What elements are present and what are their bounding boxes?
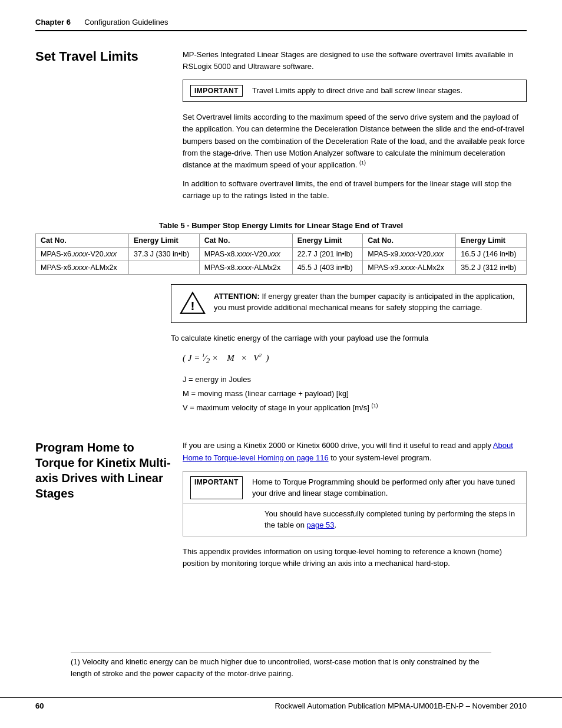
footnote-body: Velocity and kinetic energy can be much … xyxy=(71,657,480,678)
program-intro-text1: If you are using a Kinetix 2000 or Kinet… xyxy=(183,441,493,450)
section-right: MP-Series Integrated Linear Stages are d… xyxy=(171,49,527,209)
program-intro-text2: to your system-level program. xyxy=(329,453,432,462)
page-footer: 60 Rockwell Automation Publication MPMA-… xyxy=(0,697,562,710)
bumper-stop-table: Cat No. Energy Limit Cat No. Energy Limi… xyxy=(35,233,527,275)
page-container: Chapter 6 Configuration Guidelines Set T… xyxy=(0,0,562,728)
important-spacer xyxy=(190,508,255,531)
header-separator xyxy=(75,18,80,27)
energy-3-row1: 16.5 J (146 in•lb) xyxy=(456,247,527,261)
table-section: Table 5 - Bumper Stop Energy Limits for … xyxy=(35,221,527,414)
attention-box: ! ATTENTION: If energy greater than the … xyxy=(171,284,527,323)
var-footnote-ref: (1) xyxy=(371,403,378,409)
col-header-cat1: Cat No. xyxy=(36,233,129,247)
energy-1-row2 xyxy=(129,261,200,274)
important-label-2: IMPORTANT xyxy=(190,476,243,499)
table-caption: Table 5 - Bumper Stop Energy Limits for … xyxy=(35,221,527,230)
col-header-energy2: Energy Limit xyxy=(292,233,363,247)
cat-2-row2: MPAS-x8.xxxx-ALMx2x xyxy=(199,261,292,274)
program-home-section: Program Home to Torque for Kinetix Multi… xyxy=(35,440,527,577)
important-text-2a: Home to Torque Programming should be per… xyxy=(252,476,519,499)
svg-text:!: ! xyxy=(190,299,194,312)
var-v: V = maximum velocity of stage in your ap… xyxy=(183,402,527,414)
formula-vars: J = energy in Joules M = moving mass (li… xyxy=(183,374,527,414)
col-header-energy3: Energy Limit xyxy=(456,233,527,247)
cat-3-row1: MPAS-x9.xxxx-V20.xxx xyxy=(363,247,456,261)
cat-1-row2: MPAS-x6.xxxx-ALMx2x xyxy=(36,261,129,274)
footnote-ref-1: (1) xyxy=(359,160,366,166)
page53-link[interactable]: page 53 xyxy=(307,521,335,529)
important-box-2: IMPORTANT Home to Torque Programming sho… xyxy=(183,471,527,536)
cat-3-row2: MPAS-x9.xxxx-ALMx2x xyxy=(363,261,456,274)
header-section-title: Configuration Guidelines xyxy=(84,18,168,27)
var-j: J = energy in Joules xyxy=(183,374,527,386)
body-text-1: Set Overtravel limits according to the m… xyxy=(183,113,525,169)
program-body-paragraph: This appendix provides information on us… xyxy=(183,546,527,569)
table-row: MPAS-x6.xxxx-ALMx2x MPAS-x8.xxxx-ALMx2x … xyxy=(36,261,527,274)
important-row-2: You should have successfully completed t… xyxy=(183,503,526,536)
important-text-2b-2: . xyxy=(335,521,337,529)
formula-display: ( J = 1⁄2 × M × V2 ) xyxy=(183,353,269,363)
attention-content: ATTENTION: If energy greater than the bu… xyxy=(214,291,518,314)
important-box-1: IMPORTANT Travel Limits apply to direct … xyxy=(183,80,527,102)
formula-block: ( J = 1⁄2 × M × V2 ) xyxy=(183,353,527,365)
var-m: M = moving mass (linear carriage + paylo… xyxy=(183,388,527,400)
table-body: MPAS-x6.xxxx-V20.xxx 37.3 J (330 in•lb) … xyxy=(36,247,527,274)
program-home-left: Program Home to Torque for Kinetix Multi… xyxy=(35,440,171,577)
energy-2-row2: 45.5 J (403 in•lb) xyxy=(292,261,363,274)
col-header-energy1: Energy Limit xyxy=(129,233,200,247)
col-header-cat2: Cat No. xyxy=(199,233,292,247)
table-row: MPAS-x6.xxxx-V20.xxx 37.3 J (330 in•lb) … xyxy=(36,247,527,261)
important-row-1: IMPORTANT Home to Torque Programming sho… xyxy=(183,472,526,503)
warning-triangle-icon: ! xyxy=(180,291,206,317)
footnote-number: (1) xyxy=(71,657,80,666)
set-travel-limits-title: Set Travel Limits xyxy=(35,49,171,64)
publication-info: Rockwell Automation Publication MPMA-UM0… xyxy=(275,701,527,710)
program-intro-paragraph: If you are using a Kinetix 2000 or Kinet… xyxy=(183,440,527,463)
set-travel-limits-section: Set Travel Limits MP-Series Integrated L… xyxy=(35,49,527,209)
footnote-section: (1) Velocity and kinetic energy can be m… xyxy=(71,652,491,687)
cat-1-row1: MPAS-x6.xxxx-V20.xxx xyxy=(36,247,129,261)
table-header-row: Cat No. Energy Limit Cat No. Energy Limi… xyxy=(36,233,527,247)
page-number: 60 xyxy=(35,701,44,710)
important-text-1: Travel Limits apply to direct drive and … xyxy=(252,85,462,97)
energy-3-row2: 35.2 J (312 in•lb) xyxy=(456,261,527,274)
important-text-2b-1: You should have successfully completed t… xyxy=(265,509,515,530)
formula-intro: To calculate kinetic energy of the carri… xyxy=(171,332,527,344)
important-text-2b: You should have successfully completed t… xyxy=(265,508,519,531)
body-paragraph-2: In addition to software overtravel limit… xyxy=(183,178,527,202)
attention-label: ATTENTION: xyxy=(214,292,260,301)
page-header: Chapter 6 Configuration Guidelines xyxy=(35,18,527,31)
energy-2-row1: 22.7 J (201 in•lb) xyxy=(292,247,363,261)
cat-2-row1: MPAS-x8.xxxx-V20.xxx xyxy=(199,247,292,261)
intro-paragraph: MP-Series Integrated Linear Stages are d… xyxy=(183,49,527,73)
important-label-1: IMPORTANT xyxy=(190,85,243,97)
chapter-label: Chapter 6 xyxy=(35,18,71,27)
energy-1-row1: 37.3 J (330 in•lb) xyxy=(129,247,200,261)
col-header-cat3: Cat No. xyxy=(363,233,456,247)
footnote-text: (1) Velocity and kinetic energy can be m… xyxy=(71,656,491,680)
body-paragraph-1: Set Overtravel limits according to the m… xyxy=(183,111,527,171)
table-header: Cat No. Energy Limit Cat No. Energy Limi… xyxy=(36,233,527,247)
program-home-right: If you are using a Kinetix 2000 or Kinet… xyxy=(171,440,527,577)
section-left: Set Travel Limits xyxy=(35,49,171,209)
program-home-title: Program Home to Torque for Kinetix Multi… xyxy=(35,440,171,501)
